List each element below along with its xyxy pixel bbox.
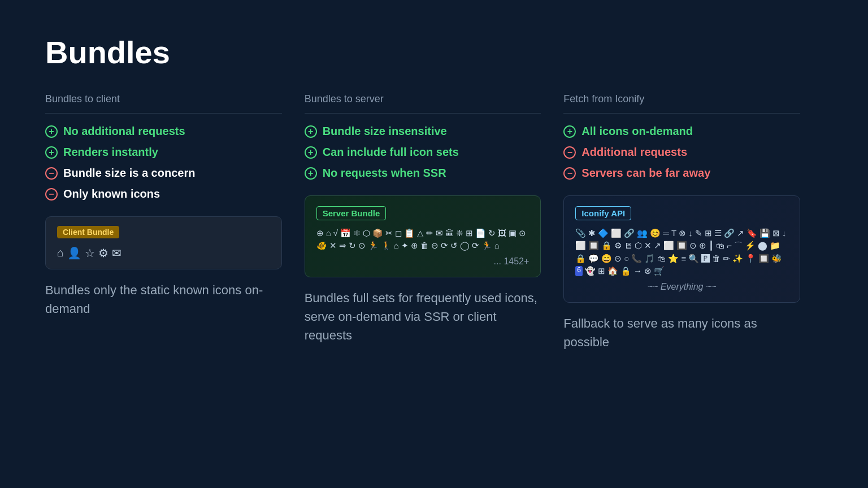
iconify-column-title: Fetch from Iconify — [563, 93, 800, 114]
server-count: ... 1452+ — [316, 256, 530, 267]
client-bundle-label: Client Bundle — [57, 226, 119, 238]
feature-bundle-insensitive: + Bundle size insensitive — [305, 125, 541, 138]
feature-text: Can include full icon sets — [323, 146, 459, 159]
plus-icon: + — [45, 146, 58, 159]
columns-container: Bundles to client + No additional reques… — [45, 93, 823, 351]
iconify-api-box: Iconify API 📎✱🔷⬜🔗👥😊═T⊗↓ ✎⊞☰🔗↗🔖💾⊠↓⬜🔲 🔒⚙🖥⬡… — [563, 195, 800, 303]
plus-icon: + — [305, 125, 317, 138]
iconify-api-label: Iconify API — [575, 206, 631, 220]
feature-text: Bundle size insensitive — [323, 125, 447, 138]
server-bundle-label: Server Bundle — [316, 206, 387, 220]
client-features: + No additional requests + Renders insta… — [45, 125, 282, 201]
plus-icon: + — [563, 125, 576, 138]
server-icon-grid: ⊕⌂√📅⚛⬡📦✂◻📋△ ✏✉🏛❈⊞📄↻🖼▣⊙🐠 ✕⇒↻⊙🏃🚶⌂✦⊕🗑 ⊖⟳↺◯⟳… — [316, 228, 530, 251]
server-features: + Bundle size insensitive + Can include … — [305, 125, 541, 180]
client-column: Bundles to client + No additional reques… — [45, 93, 305, 351]
home-icon: ⌂ — [57, 246, 64, 260]
feature-text: No requests when SSR — [323, 167, 446, 180]
feature-text: Additional requests — [581, 146, 687, 159]
feature-bundle-size: − Bundle size is a concern — [45, 167, 282, 180]
client-icon-grid: ⌂ 👤 ☆ ⚙ ✉ — [57, 246, 270, 260]
iconify-icon-grid: 📎✱🔷⬜🔗👥😊═T⊗↓ ✎⊞☰🔗↗🔖💾⊠↓⬜🔲 🔒⚙🖥⬡✕↗⬜🔲⊙⊕┃ 🛍⌐⌒⚡… — [575, 228, 788, 276]
feature-text: No additional requests — [63, 125, 185, 138]
minus-icon: − — [45, 167, 58, 180]
feature-no-ssr: + No requests when SSR — [305, 167, 541, 180]
server-bundle-box: Server Bundle ⊕⌂√📅⚛⬡📦✂◻📋△ ✏✉🏛❈⊞📄↻🖼▣⊙🐠 ✕⇒… — [305, 195, 541, 277]
iconify-features: + All icons on-demand − Additional reque… — [563, 125, 800, 180]
client-column-title: Bundles to client — [45, 93, 282, 114]
page-title: Bundles — [45, 34, 823, 71]
mail-icon: ✉ — [112, 246, 121, 260]
iconify-column: Fetch from Iconify + All icons on-demand… — [563, 93, 823, 351]
feature-text: All icons on-demand — [581, 125, 693, 138]
gear-icon: ⚙ — [98, 246, 108, 260]
plus-icon: + — [45, 125, 58, 138]
server-column-title: Bundles to server — [305, 93, 541, 114]
user-icon: 👤 — [67, 246, 81, 260]
feature-renders: + Renders instantly — [45, 146, 282, 159]
feature-no-requests: + No additional requests — [45, 125, 282, 138]
minus-icon: − — [563, 146, 576, 159]
client-bundle-box: Client Bundle ⌂ 👤 ☆ ⚙ ✉ — [45, 216, 282, 269]
plus-icon: + — [305, 146, 317, 159]
feature-known-icons: − Only known icons — [45, 188, 282, 201]
feature-text: Bundle size is a concern — [63, 167, 195, 180]
minus-icon: − — [45, 188, 58, 201]
plus-icon: + — [305, 167, 317, 180]
iconify-description: Fallback to serve as many icons as possi… — [563, 314, 800, 351]
client-description: Bundles only the static known icons on-d… — [45, 281, 282, 318]
server-description: Bundles full sets for frequently used ic… — [305, 289, 541, 345]
feature-text: Renders instantly — [63, 146, 158, 159]
feature-additional-requests: − Additional requests — [563, 146, 800, 159]
star-icon: ☆ — [85, 246, 95, 260]
feature-all-icons: + All icons on-demand — [563, 125, 800, 138]
feature-full-sets: + Can include full icon sets — [305, 146, 541, 159]
feature-text: Only known icons — [63, 188, 160, 201]
minus-icon: − — [563, 167, 576, 180]
feature-text: Servers can be far away — [581, 167, 710, 180]
everything-text: ~~ Everything ~~ — [575, 282, 788, 292]
feature-servers-far: − Servers can be far away — [563, 167, 800, 180]
server-column: Bundles to server + Bundle size insensit… — [305, 93, 564, 351]
